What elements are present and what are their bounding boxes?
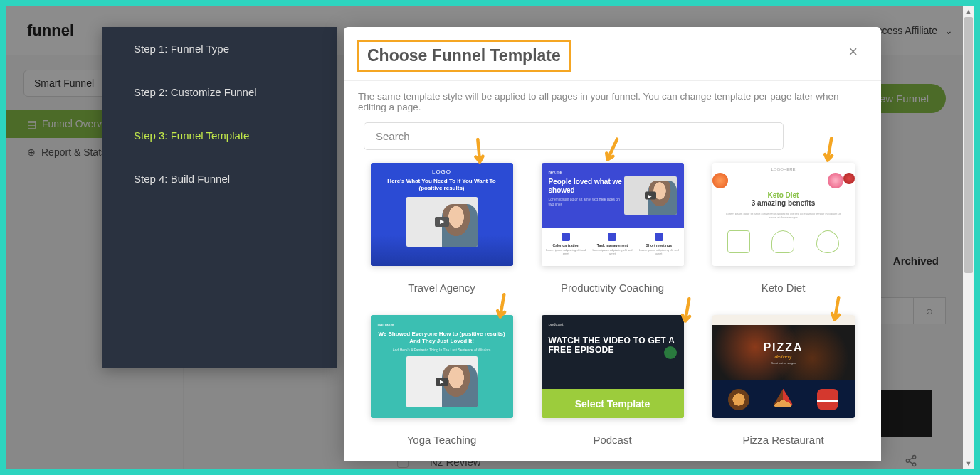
template-yoga-teaching[interactable]: namaste We Showed Everyone How to (posit… xyxy=(371,315,513,446)
thumb-logo: hey.me xyxy=(549,170,624,174)
close-button[interactable]: × xyxy=(843,40,863,64)
modal-description: The same template style will be applied … xyxy=(358,91,867,112)
cup-icon xyxy=(817,389,838,410)
thumb-col-desc: Lorem ipsum adipiscing elit sed amet xyxy=(591,249,634,256)
modal-title-highlight: Choose Funnel Template xyxy=(357,40,571,72)
scroll-down-icon[interactable]: ▼ xyxy=(963,458,974,469)
donut-icon xyxy=(728,389,749,410)
modal-body: The same template style will be applied … xyxy=(344,81,881,461)
template-grid: LOGO Here's What You Need To If You Want… xyxy=(358,163,867,461)
thumb-subtitle: 3 amazing benefits xyxy=(717,199,850,207)
scroll-up-icon[interactable]: ▲ xyxy=(963,6,974,17)
template-productivity-coaching[interactable]: hey.me People loved what we showed Lorem… xyxy=(542,163,684,294)
modal-title: Choose Funnel Template xyxy=(367,46,561,65)
video-placeholder xyxy=(624,176,677,215)
thumb-col-title: Task management xyxy=(591,243,634,247)
template-label: Travel Agency xyxy=(408,282,475,294)
template-thumbnail: LOGO Here's What You Need To If You Want… xyxy=(371,163,513,266)
select-template-button[interactable]: Select Template xyxy=(542,389,684,418)
scrollbar-thumb[interactable] xyxy=(964,17,973,273)
thumb-col-title: Calendarization xyxy=(544,243,588,247)
scrollbar[interactable]: ▲ ▼ xyxy=(963,6,974,469)
template-thumbnail: namaste We Showed Everyone How to (posit… xyxy=(371,315,513,418)
modal-header: Choose Funnel Template × xyxy=(344,27,881,81)
thumb-subtext: Lorem ipsum dolor sit amet text here goe… xyxy=(549,197,624,206)
thumb-desc: Lorem ipsum dolor sit amet consectetur a… xyxy=(722,212,845,219)
thumb-col-title: Short meetings xyxy=(637,243,680,247)
template-search-input[interactable] xyxy=(364,122,784,150)
thumb-headline: People loved what we showed xyxy=(549,178,624,195)
dish-icon xyxy=(771,230,794,253)
thumb-desc: Great text or slogan xyxy=(771,361,796,365)
thumb-headline: Here's What You Need To If You Want To (… xyxy=(376,178,507,193)
thumb-logo: LOGO xyxy=(432,169,451,175)
thumb-col-desc: Lorem ipsum adipiscing elit sed amet xyxy=(637,249,680,256)
template-thumbnail: LOGOHERE Keto Diet 3 amazing benefits Lo… xyxy=(712,163,855,266)
choose-template-modal: Choose Funnel Template × The same templa… xyxy=(344,27,881,461)
thumb-logo: LOGOHERE xyxy=(717,167,850,171)
thumb-title: PIZZA xyxy=(763,341,803,354)
step-1-funnel-type[interactable]: Step 1: Funnel Type xyxy=(102,27,337,70)
thumb-sub: delivery xyxy=(774,354,791,359)
step-2-customize-funnel[interactable]: Step 2: Customize Funnel xyxy=(102,70,337,114)
thumb-logo: podcast. xyxy=(549,322,677,326)
template-label: Keto Diet xyxy=(762,282,806,294)
template-travel-agency[interactable]: LOGO Here's What You Need To If You Want… xyxy=(371,163,513,294)
template-label: Pizza Restaurant xyxy=(742,434,823,446)
video-placeholder xyxy=(406,356,478,407)
template-podcast[interactable]: podcast. WATCH THE VIDEO TO GET A FREE E… xyxy=(542,315,684,446)
template-label: Podcast xyxy=(593,434,631,446)
template-label: Yoga Teaching xyxy=(407,434,477,446)
template-keto-diet[interactable]: LOGOHERE Keto Diet 3 amazing benefits Lo… xyxy=(712,163,855,294)
template-thumbnail: PIZZA delivery Great text or slogan xyxy=(712,315,855,418)
step-4-build-funnel[interactable]: Step 4: Build Funnel xyxy=(102,157,337,201)
template-thumbnail: hey.me People loved what we showed Lorem… xyxy=(542,163,684,266)
step-panel: Step 1: Funnel Type Step 2: Customize Fu… xyxy=(102,27,337,368)
thumb-logo: namaste xyxy=(378,322,394,326)
thumb-sub: And Here's A Fantastic Thing In The Last… xyxy=(392,348,490,352)
video-placeholder xyxy=(406,197,478,247)
pizza-slice-icon xyxy=(772,389,794,410)
badge-icon xyxy=(664,346,677,359)
thumb-title: Keto Diet xyxy=(717,191,850,199)
heart-icon xyxy=(727,230,750,253)
step-3-funnel-template[interactable]: Step 3: Funnel Template xyxy=(102,114,337,157)
template-label: Productivity Coaching xyxy=(561,282,664,294)
thumb-headline: WATCH THE VIDEO TO GET A FREE EPISODE xyxy=(549,336,677,355)
template-pizza-restaurant[interactable]: PIZZA delivery Great text or slogan Pizz… xyxy=(712,315,855,446)
drop-icon xyxy=(816,230,839,253)
template-thumbnail: podcast. WATCH THE VIDEO TO GET A FREE E… xyxy=(542,315,684,418)
thumb-col-desc: Lorem ipsum adipiscing elit sed amet xyxy=(544,249,588,256)
thumb-headline: We Showed Everyone How to (positive resu… xyxy=(378,331,506,346)
